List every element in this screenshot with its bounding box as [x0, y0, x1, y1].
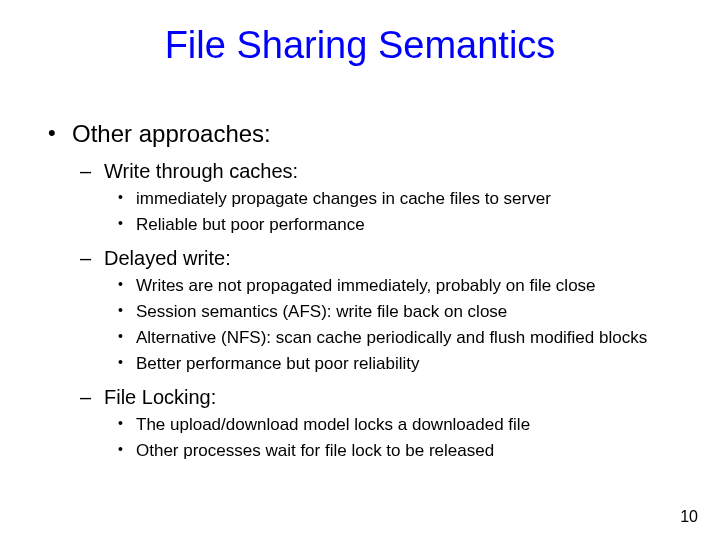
detail-text: Better performance but poor reliability: [136, 354, 419, 373]
detail-item: Alternative (NFS): scan cache periodical…: [104, 328, 684, 348]
detail-text: Session semantics (AFS): write file back…: [136, 302, 507, 321]
detail-text: Alternative (NFS): scan cache periodical…: [136, 328, 647, 347]
detail-item: Other processes wait for file lock to be…: [104, 441, 684, 461]
subheading-file-locking: File Locking: The upload/download model …: [72, 386, 684, 461]
subheading-text: File Locking:: [104, 386, 216, 408]
detail-item: The upload/download model locks a downlo…: [104, 415, 684, 435]
detail-text: The upload/download model locks a downlo…: [136, 415, 530, 434]
subheading-delayed-write: Delayed write: Writes are not propagated…: [72, 247, 684, 374]
detail-text: Other processes wait for file lock to be…: [136, 441, 494, 460]
detail-text: immediately propagate changes in cache f…: [136, 189, 551, 208]
detail-item: Session semantics (AFS): write file back…: [104, 302, 684, 322]
detail-text: Reliable but poor performance: [136, 215, 365, 234]
detail-item: Writes are not propagated immediately, p…: [104, 276, 684, 296]
slide-body: Other approaches: Write through caches: …: [36, 120, 684, 467]
page-number: 10: [680, 508, 698, 526]
bullet-other-approaches: Other approaches: Write through caches: …: [36, 120, 684, 461]
subheading-text: Delayed write:: [104, 247, 231, 269]
detail-item: Better performance but poor reliability: [104, 354, 684, 374]
slide: File Sharing Semantics Other approaches:…: [0, 0, 720, 540]
subheading-text: Write through caches:: [104, 160, 298, 182]
slide-title: File Sharing Semantics: [0, 24, 720, 67]
detail-item: immediately propagate changes in cache f…: [104, 189, 684, 209]
detail-text: Writes are not propagated immediately, p…: [136, 276, 596, 295]
subheading-write-through: Write through caches: immediately propag…: [72, 160, 684, 235]
bullet-text: Other approaches:: [72, 120, 271, 147]
detail-item: Reliable but poor performance: [104, 215, 684, 235]
